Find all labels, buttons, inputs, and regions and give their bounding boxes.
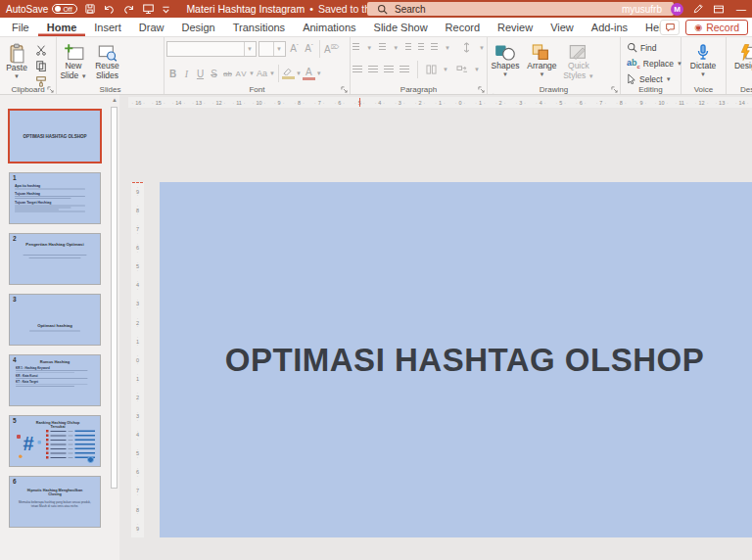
scrollbar-thumb[interactable] <box>111 107 118 489</box>
new-slide-label-2: Slide <box>60 70 78 80</box>
tab-transitions[interactable]: Transitions <box>224 18 294 36</box>
group-voice: Dictate ▼ Voice <box>682 37 727 94</box>
tab-view[interactable]: View <box>541 18 583 36</box>
tab-review[interactable]: Review <box>489 18 541 36</box>
user-name[interactable]: myusufrb <box>622 4 662 15</box>
copy-icon[interactable] <box>35 60 53 71</box>
replace-button[interactable]: abc Replace ▼ <box>627 57 679 70</box>
slide-thumbnail-4[interactable]: 3Optimasi hashtag <box>9 294 101 346</box>
scroll-up-arrow[interactable]: ▲ <box>110 97 119 103</box>
comments-button[interactable] <box>660 20 680 35</box>
thumbnail-scrollbar[interactable]: ▲ <box>110 95 119 560</box>
font-color-button[interactable]: A <box>303 68 315 80</box>
slide-thumbnail-6[interactable]: 5Ranking Hashtag Olshop Tersukai# <box>9 415 101 467</box>
italic-button[interactable]: I <box>180 69 193 79</box>
slide-thumbnail-3[interactable]: 2Pengertian Hashtag Optimasi <box>9 233 101 285</box>
comment-icon <box>665 23 676 32</box>
vruler-number: 8 <box>131 201 144 219</box>
bullets-icon[interactable] <box>352 43 359 52</box>
undo-icon[interactable] <box>103 4 116 15</box>
drawing-group-label: Drawing <box>488 85 620 94</box>
align-right-icon[interactable] <box>384 66 394 74</box>
shapes-button[interactable]: Shapes ▼ <box>490 40 521 87</box>
quick-styles-button[interactable]: Quick Styles ▼ <box>563 40 594 87</box>
slide-thumbnail-7[interactable]: 6Hipnotis Hashtag Menghasilkan ClosingMe… <box>9 476 101 528</box>
vruler-number: 6 <box>131 463 144 482</box>
tab-animations[interactable]: Animations <box>294 18 364 36</box>
numbering-icon[interactable] <box>379 43 386 52</box>
paragraph-dialog-launcher[interactable] <box>478 86 485 93</box>
change-case-button[interactable]: Aa <box>256 69 268 78</box>
paste-button[interactable]: Paste ▼ <box>2 40 31 87</box>
new-slide-icon <box>64 43 84 62</box>
highlight-color-button[interactable] <box>282 68 295 79</box>
character-spacing-button[interactable]: AV <box>235 70 248 78</box>
cut-icon[interactable] <box>35 44 53 56</box>
clipboard-dialog-launcher[interactable] <box>47 86 54 93</box>
dictate-button[interactable]: Dictate ▼ <box>683 40 723 87</box>
font-size-combo[interactable]: ▼ <box>258 41 286 57</box>
slide-title-text[interactable]: OPTIMASI HASHTAG OLSHOP <box>225 342 704 379</box>
save-icon[interactable] <box>84 3 96 15</box>
record-button[interactable]: ◉ Record <box>685 20 748 35</box>
align-center-icon[interactable] <box>368 66 378 74</box>
hruler-number: 2 <box>410 97 431 108</box>
new-slide-button[interactable]: New Slide ▼ <box>59 40 88 87</box>
quick-access-overflow-icon[interactable] <box>162 5 170 14</box>
vruler-number: 4 <box>131 425 144 443</box>
find-button[interactable]: Find <box>627 41 679 54</box>
slide-thumbnail-5[interactable]: 4Rumus HashtagKR 1 : Hashtag KeywordKR :… <box>9 354 101 406</box>
slide-thumbnail-pane: OPTIMASI HASHTAG OLSHOP1Apa itu hashtagT… <box>0 95 110 560</box>
shrink-font-button[interactable]: Aˇ <box>303 43 315 54</box>
hruler-number: 8 <box>289 97 309 108</box>
avatar[interactable]: M <box>671 3 683 16</box>
ribbon: Paste ▼ Clipboard New Slide ▼ Reuse Slid… <box>0 37 752 95</box>
justify-icon[interactable] <box>400 66 409 74</box>
underline-button[interactable]: U <box>194 69 207 79</box>
increase-indent-icon[interactable] <box>418 43 424 52</box>
autosave-toggle[interactable]: AutoSave Off <box>6 4 77 15</box>
find-icon <box>627 42 637 53</box>
designer-button[interactable]: Designer <box>728 40 752 87</box>
inking-pen-icon[interactable] <box>692 3 704 15</box>
line-spacing-icon[interactable] <box>431 43 438 52</box>
tab-insert[interactable]: Insert <box>85 18 130 36</box>
font-dialog-launcher[interactable] <box>341 86 348 93</box>
arrange-button[interactable]: Arrange ▼ <box>525 40 558 87</box>
decrease-indent-icon[interactable] <box>405 43 411 52</box>
hruler-number: 15 <box>149 97 169 108</box>
bold-button[interactable]: B <box>166 69 179 79</box>
minimize-button[interactable]: — <box>733 4 749 15</box>
hruler-number: 6 <box>571 97 591 108</box>
drawing-dialog-launcher[interactable] <box>611 86 618 93</box>
text-direction-icon[interactable] <box>461 42 472 53</box>
hruler-number: 3 <box>510 97 531 108</box>
reuse-slides-button[interactable]: Reuse Slides <box>92 40 121 87</box>
subscript-button[interactable]: ab <box>221 70 234 78</box>
redo-icon[interactable] <box>122 4 135 15</box>
slide-thumbnail-1[interactable]: OPTIMASI HASHTAG OLSHOP <box>8 109 102 163</box>
tab-add-ins[interactable]: Add-ins <box>583 18 636 36</box>
start-presentation-icon[interactable] <box>142 3 155 15</box>
columns-icon[interactable] <box>426 65 437 74</box>
group-font: ▼ ▼ Aˆ Aˇ A⌦ B I U S ab AV▼ Aa▼ ▼ A▼ Fon… <box>164 37 351 94</box>
tab-home[interactable]: Home <box>38 18 86 36</box>
clear-formatting-button[interactable]: A⌦ <box>324 43 337 55</box>
ribbon-display-options-icon[interactable] <box>713 4 725 15</box>
vruler-number: 7 <box>131 482 144 500</box>
tab-draw[interactable]: Draw <box>130 18 173 36</box>
tab-slide-show[interactable]: Slide Show <box>365 18 437 36</box>
select-button[interactable]: Select ▼ <box>627 72 679 85</box>
title-separator: • <box>309 3 313 15</box>
tab-file[interactable]: File <box>3 18 38 36</box>
tab-design[interactable]: Design <box>172 18 223 36</box>
grow-font-button[interactable]: Aˆ <box>288 43 301 54</box>
tab-record[interactable]: Record <box>437 18 489 36</box>
convert-smartart-icon[interactable] <box>456 65 468 74</box>
slide-thumbnail-2[interactable]: 1Apa itu hashtagTujuan HashtagTujuan Tar… <box>9 172 101 224</box>
align-left-icon[interactable] <box>352 66 362 74</box>
slide-editing-surface[interactable]: OPTIMASI HASHTAG OLSHOP <box>160 182 752 537</box>
strikethrough-button[interactable]: S <box>208 69 220 79</box>
hruler-number: 16 <box>128 97 149 108</box>
font-name-combo[interactable]: ▼ <box>166 41 257 57</box>
